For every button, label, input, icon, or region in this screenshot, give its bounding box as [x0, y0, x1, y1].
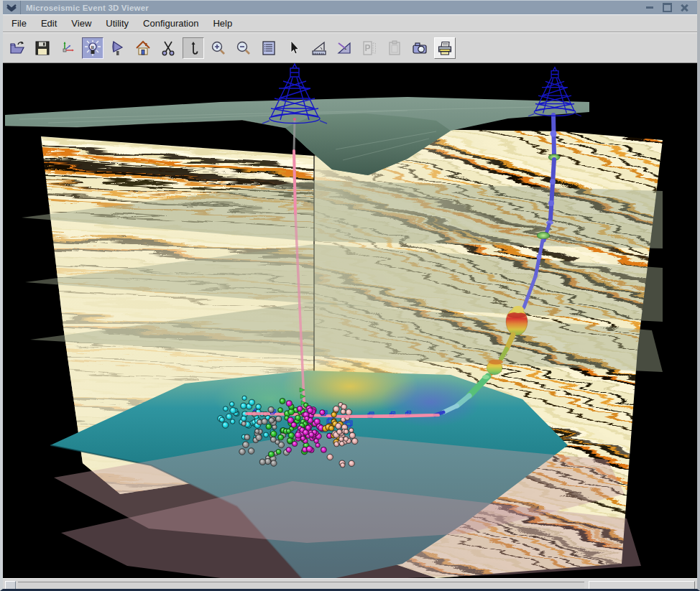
menu-configuration[interactable]: Configuration	[136, 16, 206, 31]
open-button[interactable]	[6, 37, 28, 59]
clipboard-icon	[386, 39, 403, 57]
close-button[interactable]	[678, 3, 690, 13]
page-layout-button	[359, 37, 380, 59]
app-window: Microseismic Event 3D Viewer File Edit V…	[0, 0, 700, 591]
toolbar	[3, 32, 697, 63]
cut-icon	[160, 39, 177, 57]
window-menu-button[interactable]	[3, 1, 21, 14]
snapshot-button[interactable]	[409, 37, 430, 59]
menu-view[interactable]: View	[64, 16, 98, 31]
minimize-icon	[646, 6, 653, 9]
select-pointer-icon	[285, 39, 303, 57]
menu-bar: File Edit View Utility Configuration Hel…	[3, 14, 697, 32]
menu-file[interactable]: File	[4, 16, 34, 31]
measure-button[interactable]	[308, 37, 330, 59]
home-view-icon	[134, 39, 152, 57]
zoom-in-icon	[210, 39, 227, 57]
status-message-panel	[589, 581, 695, 591]
menu-edit[interactable]: Edit	[34, 16, 64, 31]
chevron-down-icon	[6, 4, 17, 11]
snapshot-icon	[411, 39, 428, 57]
section-plane-button[interactable]	[333, 37, 355, 59]
menu-help[interactable]: Help	[206, 16, 239, 31]
maximize-icon	[663, 3, 672, 12]
zoom-out-button[interactable]	[233, 37, 254, 59]
page-layout-icon	[361, 39, 378, 57]
cut-button[interactable]	[157, 37, 179, 59]
orientation-axes-button[interactable]	[57, 37, 78, 59]
seek-button[interactable]	[183, 37, 204, 59]
zoom-out-icon	[235, 39, 252, 57]
save-icon	[34, 39, 51, 57]
report-list-button[interactable]	[258, 37, 280, 59]
window-controls	[644, 3, 697, 13]
measure-icon	[310, 39, 328, 57]
save-button[interactable]	[32, 37, 53, 59]
zoom-in-button[interactable]	[208, 37, 229, 59]
open-icon	[9, 39, 26, 57]
scene-canvas[interactable]	[5, 63, 695, 578]
seek-icon	[185, 39, 202, 57]
print-icon	[436, 39, 453, 57]
orientation-axes-icon	[59, 39, 76, 57]
view-direction-button[interactable]	[107, 37, 129, 59]
menu-utility[interactable]: Utility	[98, 16, 136, 31]
section-plane-icon	[336, 39, 353, 57]
status-bar	[3, 578, 697, 591]
window-title: Microseismic Event 3D Viewer	[21, 4, 644, 12]
report-list-icon	[260, 39, 277, 57]
select-pointer-button[interactable]	[283, 37, 305, 59]
viewport-3d[interactable]	[3, 63, 697, 578]
lighting-button[interactable]	[82, 37, 103, 59]
view-direction-icon	[109, 39, 126, 57]
minimize-button[interactable]	[644, 3, 655, 13]
close-icon	[680, 4, 689, 12]
title-bar[interactable]: Microseismic Event 3D Viewer	[3, 0, 697, 14]
maximize-button[interactable]	[661, 3, 673, 13]
lighting-icon	[84, 39, 101, 57]
home-view-button[interactable]	[132, 37, 154, 59]
clipboard-button	[384, 37, 405, 59]
resize-grip[interactable]	[5, 581, 16, 591]
horizontal-scrollbar[interactable]	[18, 582, 584, 591]
print-button[interactable]	[434, 37, 456, 59]
